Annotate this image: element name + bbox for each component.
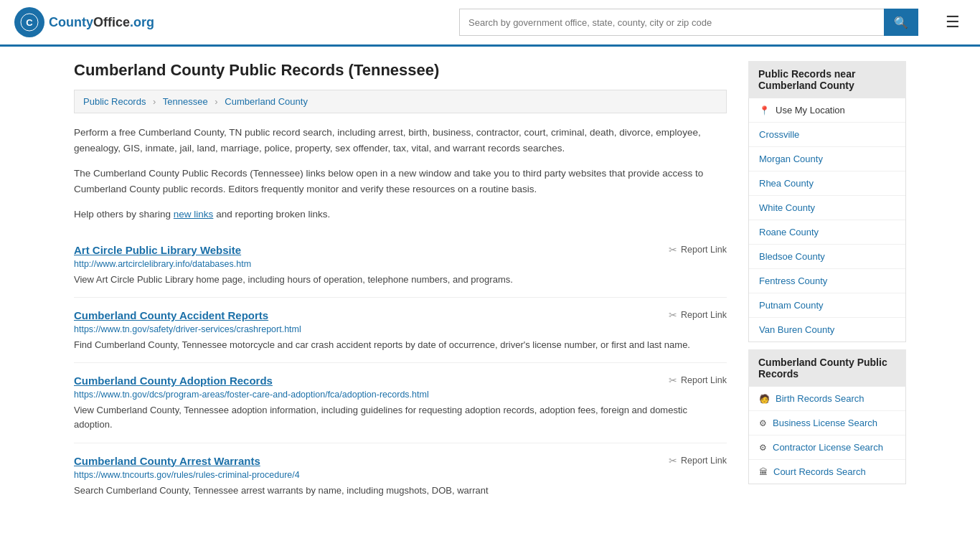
record-header: Art Circle Public Library Website ✂ Repo… [74,244,727,256]
report-icon: ✂ [669,455,677,466]
sidebar-item-morgan-county[interactable]: Morgan County [749,147,905,171]
report-link[interactable]: ✂ Report Link [669,309,727,321]
breadcrumb: Public Records › Tennessee › Cumberland … [74,90,727,113]
record-title[interactable]: Cumberland County Adoption Records [74,375,273,387]
content-area: Cumberland County Public Records (Tennes… [74,61,727,508]
description-detail: The Cumberland County Public Records (Te… [74,166,727,197]
report-icon: ✂ [669,309,677,321]
sidebar-item-business-license[interactable]: ⚙ Business License Search [749,411,905,435]
gear-icon: ⚙ [759,418,767,428]
record-description: Search Cumberland County, Tennessee arre… [74,484,727,498]
sidebar-item-rhea-county[interactable]: Rhea County [749,171,905,196]
record-description: View Art Circle Public Library home page… [74,273,727,287]
report-link[interactable]: ✂ Report Link [669,244,727,255]
search-input[interactable] [459,9,884,36]
record-description: Find Cumberland County, Tennessee motorc… [74,338,727,352]
breadcrumb-tennessee[interactable]: Tennessee [163,96,208,107]
report-link[interactable]: ✂ Report Link [669,375,727,386]
record-header: Cumberland County Arrest Warrants ✂ Repo… [74,455,727,467]
record-header: Cumberland County Adoption Records ✂ Rep… [74,375,727,387]
sidebar-item-bledsoe-county[interactable]: Bledsoe County [749,245,905,269]
report-icon: ✂ [669,244,677,255]
person-icon: 🧑 [759,394,770,404]
new-links-link[interactable]: new links [174,209,214,220]
logo[interactable]: C CountyOffice.org [14,7,154,37]
logo-icon: C [14,7,44,37]
sidebar-item-court-records[interactable]: 🏛 Court Records Search [749,460,905,484]
nearby-header: Public Records near Cumberland County [748,61,906,98]
sidebar-item-fentress-county[interactable]: Fentress County [749,269,905,293]
main-container: Cumberland County Public Records (Tennes… [60,47,920,537]
county-records-section: Cumberland County Public Records 🧑 Birth… [748,349,906,484]
court-icon: 🏛 [759,467,768,477]
description-help: Help others by sharing new links and rep… [74,207,727,222]
record-description: View Cumberland County, Tennessee adopti… [74,403,727,432]
sidebar-item-van-buren-county[interactable]: Van Buren County [749,318,905,342]
record-title[interactable]: Cumberland County Arrest Warrants [74,455,260,467]
hamburger-icon: ☰ [946,13,960,31]
sidebar-item-birth-records[interactable]: 🧑 Birth Records Search [749,387,905,411]
record-entry: Art Circle Public Library Website ✂ Repo… [74,232,727,298]
header: C CountyOffice.org 🔍 ☰ [0,0,980,47]
breadcrumb-sep-2: › [215,96,217,107]
menu-button[interactable]: ☰ [940,10,966,34]
gear-icon: ⚙ [759,443,767,453]
county-records-header: Cumberland County Public Records [748,349,906,387]
report-link[interactable]: ✂ Report Link [669,455,727,466]
records-list: Art Circle Public Library Website ✂ Repo… [74,232,727,508]
description-intro: Perform a free Cumberland County, TN pub… [74,125,727,156]
record-header: Cumberland County Accident Reports ✂ Rep… [74,309,727,321]
sidebar-item-white-county[interactable]: White County [749,196,905,220]
page-title: Cumberland County Public Records (Tennes… [74,61,727,80]
record-url[interactable]: http://www.artcirclelibrary.info/databas… [74,259,727,269]
nearby-list: 📍 Use My Location Crossville Morgan Coun… [748,98,906,342]
record-url[interactable]: https://www.tncourts.gov/rules/rules-cri… [74,470,727,480]
report-icon: ✂ [669,375,677,386]
sidebar-item-use-location[interactable]: 📍 Use My Location [749,98,905,123]
record-entry: Cumberland County Adoption Records ✂ Rep… [74,363,727,443]
record-url[interactable]: https://www.tn.gov/dcs/program-areas/fos… [74,390,727,400]
svg-text:C: C [26,17,33,28]
breadcrumb-public-records[interactable]: Public Records [83,96,146,107]
search-icon: 🔍 [894,17,908,29]
nearby-section: Public Records near Cumberland County 📍 … [748,61,906,342]
logo-text: CountyOffice.org [49,15,154,30]
sidebar: Public Records near Cumberland County 📍 … [748,61,906,508]
search-button[interactable]: 🔍 [884,9,918,36]
sidebar-item-roane-county[interactable]: Roane County [749,220,905,245]
record-entry: Cumberland County Arrest Warrants ✂ Repo… [74,443,727,508]
sidebar-item-crossville[interactable]: Crossville [749,123,905,147]
location-icon: 📍 [759,105,770,116]
sidebar-item-contractor-license[interactable]: ⚙ Contractor License Search [749,435,905,460]
record-entry: Cumberland County Accident Reports ✂ Rep… [74,298,727,363]
search-area: 🔍 [459,9,918,36]
record-title[interactable]: Cumberland County Accident Reports [74,309,268,321]
sidebar-item-putnam-county[interactable]: Putnam County [749,293,905,318]
county-records-list: 🧑 Birth Records Search ⚙ Business Licens… [748,387,906,484]
record-title[interactable]: Art Circle Public Library Website [74,244,241,256]
breadcrumb-cumberland[interactable]: Cumberland County [225,96,308,107]
record-url[interactable]: https://www.tn.gov/safety/driver-service… [74,324,727,334]
breadcrumb-sep-1: › [153,96,156,107]
